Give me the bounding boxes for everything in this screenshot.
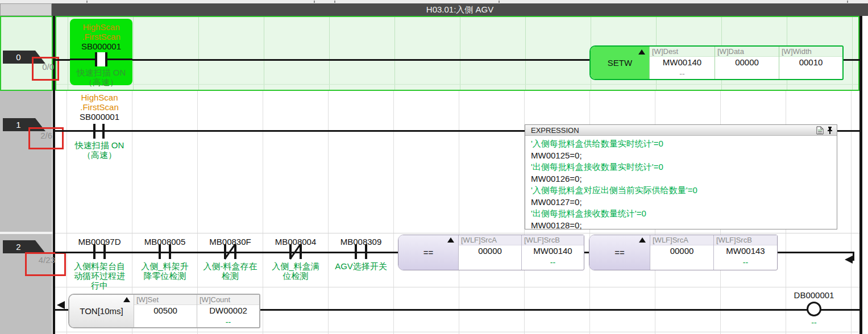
expression-line: '出侧每批料盒接收数量统计'=0: [531, 208, 837, 220]
contact-mb008005[interactable]: MB008005 入侧_料架升 降零位检测: [131, 233, 199, 293]
normally-open-contact-icon: [93, 244, 95, 259]
param-column[interactable]: [WLF]SrcB MW00143 --: [713, 235, 777, 270]
compare-op-cell[interactable]: ==: [398, 235, 458, 270]
contact-address: SB000001: [70, 41, 132, 51]
page-title: H03.01:入側 AGV: [426, 5, 493, 15]
instruction-name: ==: [614, 248, 625, 257]
contact-address: SB000001: [68, 112, 131, 122]
param-column[interactable]: [WLF]SrcA 00000: [458, 235, 521, 270]
param-column[interactable]: [WLF]SrcB MW00140 --: [521, 235, 584, 270]
param-header: [W]Data: [715, 47, 779, 57]
param-column[interactable]: [W]Data 00000: [715, 47, 779, 79]
ruler-tick: [86, 1, 88, 3]
rung-number: 0: [16, 52, 20, 62]
rung-1-margin[interactable]: [0, 91, 53, 232]
setw-op-cell[interactable]: SETW: [591, 47, 649, 79]
right-power-rail: [859, 16, 862, 334]
param-header: [W]Count: [197, 295, 259, 305]
collapse-triangle-icon[interactable]: [639, 237, 646, 243]
contact-comment: AGV选择开关: [327, 261, 395, 271]
contact-mb008004[interactable]: MB008004 入侧_料盒满 位检测: [261, 233, 330, 293]
wire-continuation-arrow-icon: [845, 256, 853, 264]
param-value[interactable]: 00000: [459, 245, 521, 258]
document-icon[interactable]: [816, 126, 824, 135]
param-header: [WLF]SrcA: [650, 235, 713, 245]
normally-open-contact-icon: [93, 124, 95, 139]
collapse-triangle-icon[interactable]: [447, 237, 454, 243]
normally-open-contact-icon: [169, 244, 171, 259]
annotation-box-red: [25, 252, 66, 276]
collapse-triangle-icon[interactable]: [123, 297, 130, 302]
ruler-tick: [314, 1, 315, 3]
contact-comment: 入侧料架台自 动循环过程进 行中: [65, 261, 134, 290]
expression-block[interactable]: EXPRESSION '入侧每批料盒供给数量实时统计'=0 MW00125=0;…: [525, 124, 837, 229]
ruler-tick: [334, 1, 335, 3]
expression-title: EXPRESSION: [531, 126, 579, 135]
contact-mb008309[interactable]: MB008309 AGV选择开关: [327, 233, 395, 293]
param-value[interactable]: 00010: [779, 57, 842, 69]
rung-number: 2: [16, 242, 20, 252]
param-header: [W]Dest: [650, 47, 715, 57]
variable-label: HighScan: [70, 22, 132, 32]
param-column[interactable]: [WLF]SrcA 00000: [650, 235, 713, 270]
compare-op-cell[interactable]: ==: [589, 235, 650, 270]
expression-line: MW00128=0;: [531, 220, 837, 232]
variable-label: .FirstScan: [70, 32, 132, 41]
ton-timer-block[interactable]: TON[10ms] [W]Set 00500 [W]Count DW00002 …: [68, 294, 260, 328]
expression-line: MW00125=0;: [531, 150, 837, 162]
wire-wrap-down: [853, 252, 854, 261]
compare-equal-block-1[interactable]: == [WLF]SrcA 00000 [WLF]SrcB MW00140 --: [398, 235, 584, 270]
wire-continuation-in-icon: [57, 301, 65, 309]
ladder-editor-window: H03.01:入側 AGV 0 0/0 1 2/6 2 4/23 HighSca…: [0, 0, 868, 334]
normally-open-contact-icon: [102, 124, 105, 139]
param-value[interactable]: 00000: [715, 57, 779, 69]
instruction-name: TON[10ms]: [80, 306, 123, 316]
param-value[interactable]: DW00002: [197, 305, 259, 318]
normally-open-contact-icon: [95, 52, 107, 66]
param-column[interactable]: [W]Width 00010: [779, 47, 842, 79]
expression-line: MW00126=0;: [531, 173, 837, 185]
contact-comment: 入侧_料盒满 位检测: [261, 261, 330, 281]
param-value[interactable]: MW00140: [522, 245, 584, 258]
contact-mb00830f[interactable]: MB00830F 入侧-料盒存在 检测: [196, 233, 264, 293]
timer-output-wire: [260, 309, 859, 311]
param-column[interactable]: [W]Set 00500: [134, 295, 197, 327]
contact-highscan-firstscan-highlighted[interactable]: HighScan .FirstScan SB000001 快速扫描 ON （高速…: [70, 19, 132, 85]
expression-line: MW00127=0;: [531, 197, 837, 208]
compare-equal-block-2[interactable]: == [WLF]SrcA 00000 [WLF]SrcB MW00143 --: [589, 235, 778, 270]
expression-body[interactable]: '入侧每批料盒供给数量实时统计'=0 MW00125=0; '出侧每批料盒接收数…: [525, 136, 837, 231]
param-header: [WLF]SrcB: [522, 235, 584, 245]
margin-header-cell: [0, 3, 52, 16]
contact-mb00097d[interactable]: MB00097D 入侧料架台自 动循环过程进 行中: [65, 233, 134, 293]
param-value[interactable]: 00500: [134, 305, 197, 318]
grid-line: [56, 84, 858, 85]
timer-op-cell[interactable]: TON[10ms]: [69, 295, 134, 327]
contact-comment: 快速扫描 ON （高速）: [63, 140, 136, 160]
param-comment: --: [650, 69, 715, 79]
ruler-tick: [847, 1, 848, 3]
param-value[interactable]: MW00143: [714, 245, 777, 258]
instruction-name: SETW: [608, 58, 632, 68]
param-comment: --: [714, 258, 777, 270]
param-value[interactable]: 00000: [650, 245, 713, 258]
pin-icon[interactable]: [827, 126, 833, 135]
contact-address: MB008005: [134, 237, 196, 247]
contact-highscan-firstscan[interactable]: HighScan .FirstScan SB000001 快速扫描 ON （高速…: [63, 91, 136, 162]
param-column[interactable]: [W]Dest MW00140 --: [649, 47, 715, 79]
contact-comment: 快速扫描 ON （高速）: [70, 68, 132, 87]
expression-line: '入侧每批料盒供给数量实时统计'=0: [531, 138, 837, 150]
contact-address: MB008309: [330, 237, 392, 247]
setw-instruction-block[interactable]: SETW [W]Dest MW00140 -- [W]Data 00000 [W…: [589, 45, 844, 80]
instruction-name: ==: [423, 248, 434, 257]
collapse-triangle-icon[interactable]: [638, 49, 645, 55]
param-header: [W]Set: [134, 295, 197, 305]
variable-label: HighScan: [68, 93, 131, 102]
grid-line: [55, 332, 859, 332]
variable-label: .FirstScan: [68, 102, 131, 112]
expression-header[interactable]: EXPRESSION: [525, 125, 837, 136]
param-column[interactable]: [W]Count DW00002 --: [197, 295, 259, 327]
expression-line: '入侧每批料盒对应出侧当前实际供给数量'=0: [531, 185, 837, 197]
output-coil-icon[interactable]: [807, 302, 821, 316]
param-value[interactable]: MW00140: [650, 57, 715, 69]
wire-continuation-base: [56, 310, 68, 311]
